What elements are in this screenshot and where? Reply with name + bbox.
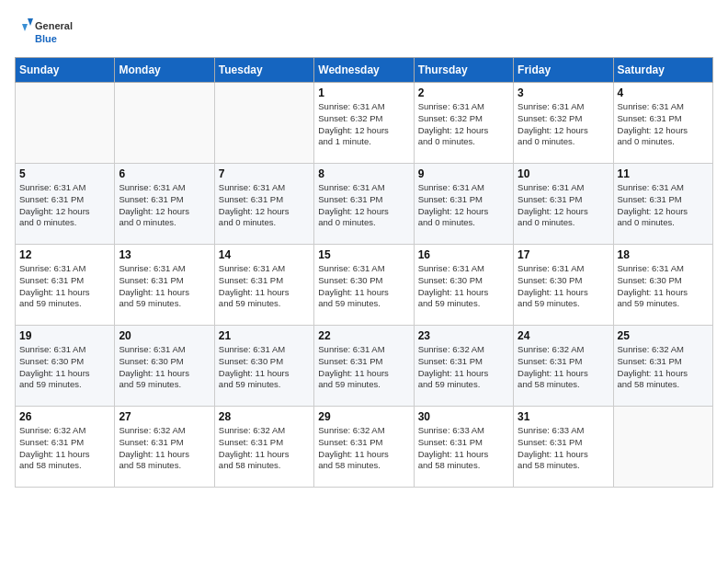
weekday-header-sunday: Sunday bbox=[16, 58, 115, 83]
day-number: 17 bbox=[518, 248, 609, 261]
calendar-cell: 30Sunrise: 6:33 AM Sunset: 6:31 PM Dayli… bbox=[414, 407, 513, 488]
calendar-cell: 23Sunrise: 6:32 AM Sunset: 6:31 PM Dayli… bbox=[414, 326, 513, 407]
day-number: 29 bbox=[318, 410, 409, 423]
day-number: 30 bbox=[418, 410, 509, 423]
calendar-cell bbox=[115, 83, 214, 164]
calendar-cell: 14Sunrise: 6:31 AM Sunset: 6:31 PM Dayli… bbox=[214, 245, 313, 326]
cell-daylight-info: Sunrise: 6:31 AM Sunset: 6:31 PM Dayligh… bbox=[618, 182, 709, 229]
calendar-week-4: 19Sunrise: 6:31 AM Sunset: 6:30 PM Dayli… bbox=[16, 326, 713, 407]
cell-daylight-info: Sunrise: 6:31 AM Sunset: 6:30 PM Dayligh… bbox=[19, 344, 110, 391]
day-number: 27 bbox=[119, 410, 210, 423]
day-number: 31 bbox=[518, 410, 609, 423]
day-number: 1 bbox=[318, 86, 409, 99]
calendar-cell: 22Sunrise: 6:31 AM Sunset: 6:31 PM Dayli… bbox=[314, 326, 414, 407]
calendar-cell: 12Sunrise: 6:31 AM Sunset: 6:31 PM Dayli… bbox=[16, 245, 115, 326]
calendar-week-3: 12Sunrise: 6:31 AM Sunset: 6:31 PM Dayli… bbox=[16, 245, 713, 326]
calendar-cell bbox=[16, 83, 115, 164]
calendar-week-1: 1Sunrise: 6:31 AM Sunset: 6:32 PM Daylig… bbox=[16, 83, 713, 164]
cell-daylight-info: Sunrise: 6:31 AM Sunset: 6:31 PM Dayligh… bbox=[119, 182, 210, 229]
calendar-cell: 11Sunrise: 6:31 AM Sunset: 6:31 PM Dayli… bbox=[613, 164, 712, 245]
calendar-cell: 8Sunrise: 6:31 AM Sunset: 6:31 PM Daylig… bbox=[314, 164, 414, 245]
day-number: 25 bbox=[618, 329, 709, 342]
cell-daylight-info: Sunrise: 6:31 AM Sunset: 6:31 PM Dayligh… bbox=[19, 182, 110, 229]
day-number: 2 bbox=[418, 86, 509, 99]
cell-daylight-info: Sunrise: 6:31 AM Sunset: 6:31 PM Dayligh… bbox=[219, 182, 310, 229]
day-number: 15 bbox=[318, 248, 409, 261]
cell-daylight-info: Sunrise: 6:32 AM Sunset: 6:31 PM Dayligh… bbox=[418, 344, 509, 391]
day-number: 4 bbox=[618, 86, 709, 99]
calendar-cell: 27Sunrise: 6:32 AM Sunset: 6:31 PM Dayli… bbox=[115, 407, 214, 488]
day-number: 24 bbox=[518, 329, 609, 342]
calendar-cell: 28Sunrise: 6:32 AM Sunset: 6:31 PM Dayli… bbox=[214, 407, 313, 488]
calendar-cell: 15Sunrise: 6:31 AM Sunset: 6:30 PM Dayli… bbox=[314, 245, 414, 326]
calendar: SundayMondayTuesdayWednesdayThursdayFrid… bbox=[15, 57, 713, 488]
weekday-header-wednesday: Wednesday bbox=[314, 58, 414, 83]
logo-svg: General Blue bbox=[15, 15, 88, 50]
calendar-cell bbox=[613, 407, 712, 488]
cell-daylight-info: Sunrise: 6:32 AM Sunset: 6:31 PM Dayligh… bbox=[19, 425, 110, 472]
logo: General Blue bbox=[15, 15, 88, 50]
day-number: 6 bbox=[119, 167, 210, 180]
day-number: 14 bbox=[219, 248, 310, 261]
cell-daylight-info: Sunrise: 6:31 AM Sunset: 6:30 PM Dayligh… bbox=[418, 263, 509, 310]
cell-daylight-info: Sunrise: 6:31 AM Sunset: 6:31 PM Dayligh… bbox=[219, 263, 310, 310]
weekday-header-saturday: Saturday bbox=[613, 58, 712, 83]
cell-daylight-info: Sunrise: 6:31 AM Sunset: 6:31 PM Dayligh… bbox=[318, 344, 409, 391]
svg-text:General: General bbox=[35, 20, 73, 31]
day-number: 10 bbox=[518, 167, 609, 180]
calendar-week-2: 5Sunrise: 6:31 AM Sunset: 6:31 PM Daylig… bbox=[16, 164, 713, 245]
calendar-cell: 16Sunrise: 6:31 AM Sunset: 6:30 PM Dayli… bbox=[414, 245, 513, 326]
calendar-cell: 5Sunrise: 6:31 AM Sunset: 6:31 PM Daylig… bbox=[16, 164, 115, 245]
day-number: 18 bbox=[618, 248, 709, 261]
day-number: 5 bbox=[19, 167, 110, 180]
day-number: 9 bbox=[418, 167, 509, 180]
calendar-cell: 7Sunrise: 6:31 AM Sunset: 6:31 PM Daylig… bbox=[214, 164, 313, 245]
cell-daylight-info: Sunrise: 6:31 AM Sunset: 6:31 PM Dayligh… bbox=[518, 182, 609, 229]
cell-daylight-info: Sunrise: 6:31 AM Sunset: 6:32 PM Dayligh… bbox=[418, 101, 509, 148]
day-number: 21 bbox=[219, 329, 310, 342]
day-number: 12 bbox=[19, 248, 110, 261]
cell-daylight-info: Sunrise: 6:31 AM Sunset: 6:31 PM Dayligh… bbox=[318, 182, 409, 229]
svg-text:Blue: Blue bbox=[35, 33, 57, 44]
day-number: 19 bbox=[19, 329, 110, 342]
cell-daylight-info: Sunrise: 6:31 AM Sunset: 6:30 PM Dayligh… bbox=[318, 263, 409, 310]
calendar-cell: 25Sunrise: 6:32 AM Sunset: 6:31 PM Dayli… bbox=[613, 326, 712, 407]
header: General Blue bbox=[15, 15, 713, 50]
cell-daylight-info: Sunrise: 6:31 AM Sunset: 6:31 PM Dayligh… bbox=[19, 263, 110, 310]
cell-daylight-info: Sunrise: 6:31 AM Sunset: 6:31 PM Dayligh… bbox=[418, 182, 509, 229]
calendar-cell: 21Sunrise: 6:31 AM Sunset: 6:30 PM Dayli… bbox=[214, 326, 313, 407]
cell-daylight-info: Sunrise: 6:31 AM Sunset: 6:30 PM Dayligh… bbox=[219, 344, 310, 391]
calendar-cell: 29Sunrise: 6:32 AM Sunset: 6:31 PM Dayli… bbox=[314, 407, 414, 488]
weekday-header-thursday: Thursday bbox=[414, 58, 513, 83]
weekday-header-friday: Friday bbox=[514, 58, 613, 83]
day-number: 20 bbox=[119, 329, 210, 342]
calendar-week-5: 26Sunrise: 6:32 AM Sunset: 6:31 PM Dayli… bbox=[16, 407, 713, 488]
day-number: 3 bbox=[518, 86, 609, 99]
cell-daylight-info: Sunrise: 6:31 AM Sunset: 6:31 PM Dayligh… bbox=[119, 263, 210, 310]
calendar-cell: 19Sunrise: 6:31 AM Sunset: 6:30 PM Dayli… bbox=[16, 326, 115, 407]
calendar-cell: 31Sunrise: 6:33 AM Sunset: 6:31 PM Dayli… bbox=[514, 407, 613, 488]
calendar-cell: 13Sunrise: 6:31 AM Sunset: 6:31 PM Dayli… bbox=[115, 245, 214, 326]
calendar-cell: 20Sunrise: 6:31 AM Sunset: 6:30 PM Dayli… bbox=[115, 326, 214, 407]
calendar-cell: 3Sunrise: 6:31 AM Sunset: 6:32 PM Daylig… bbox=[514, 83, 613, 164]
cell-daylight-info: Sunrise: 6:31 AM Sunset: 6:32 PM Dayligh… bbox=[318, 101, 409, 148]
svg-marker-3 bbox=[22, 24, 28, 31]
cell-daylight-info: Sunrise: 6:33 AM Sunset: 6:31 PM Dayligh… bbox=[418, 425, 509, 472]
calendar-cell: 10Sunrise: 6:31 AM Sunset: 6:31 PM Dayli… bbox=[514, 164, 613, 245]
cell-daylight-info: Sunrise: 6:31 AM Sunset: 6:30 PM Dayligh… bbox=[119, 344, 210, 391]
calendar-cell: 24Sunrise: 6:32 AM Sunset: 6:31 PM Dayli… bbox=[514, 326, 613, 407]
calendar-cell: 18Sunrise: 6:31 AM Sunset: 6:30 PM Dayli… bbox=[613, 245, 712, 326]
weekday-header-tuesday: Tuesday bbox=[214, 58, 313, 83]
day-number: 11 bbox=[618, 167, 709, 180]
day-number: 16 bbox=[418, 248, 509, 261]
day-number: 7 bbox=[219, 167, 310, 180]
svg-marker-2 bbox=[28, 18, 33, 26]
cell-daylight-info: Sunrise: 6:33 AM Sunset: 6:31 PM Dayligh… bbox=[518, 425, 609, 472]
weekday-header-monday: Monday bbox=[115, 58, 214, 83]
cell-daylight-info: Sunrise: 6:32 AM Sunset: 6:31 PM Dayligh… bbox=[618, 344, 709, 391]
day-number: 26 bbox=[19, 410, 110, 423]
day-number: 8 bbox=[318, 167, 409, 180]
calendar-cell: 17Sunrise: 6:31 AM Sunset: 6:30 PM Dayli… bbox=[514, 245, 613, 326]
cell-daylight-info: Sunrise: 6:32 AM Sunset: 6:31 PM Dayligh… bbox=[318, 425, 409, 472]
cell-daylight-info: Sunrise: 6:31 AM Sunset: 6:30 PM Dayligh… bbox=[618, 263, 709, 310]
